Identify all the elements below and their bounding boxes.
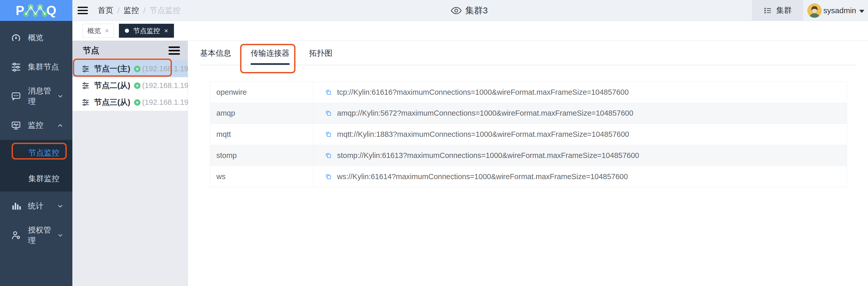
sidebar-item-monitor[interactable]: 监控 xyxy=(0,111,72,140)
node-row-slave-2[interactable]: 节点二(从) (192.168.1.196) xyxy=(72,77,188,94)
connector-protocol: amqp xyxy=(210,103,314,124)
copy-icon[interactable] xyxy=(325,110,332,117)
connector-protocol: mqtt xyxy=(210,124,314,145)
cluster-select-button[interactable]: 集群 xyxy=(752,0,803,21)
connector-uri: tcp://Kylin:61616?maximumConnections=100… xyxy=(337,88,629,97)
username[interactable]: sysadmin xyxy=(823,6,856,15)
gauge-icon xyxy=(11,33,21,43)
app-root: P Q 首页 / 监控 xyxy=(0,0,868,286)
tab-topology[interactable]: 拓扑图 xyxy=(309,48,333,65)
tab-label: 传输连接器 xyxy=(251,49,289,57)
breadcrumb-current: 节点监控 xyxy=(150,5,181,16)
breadcrumb-home[interactable]: 首页 xyxy=(98,5,113,16)
logo-hexagon-icon xyxy=(23,2,48,19)
node-ip: (192.168.1.196) xyxy=(142,81,195,90)
breadcrumb-separator: / xyxy=(143,6,145,15)
connector-uri: mqtt://Kylin:1883?maximumConnections=100… xyxy=(337,130,629,139)
tags-view-bar: 概览 × 节点监控 × xyxy=(72,21,868,41)
sidebar-item-label: 概览 xyxy=(28,33,43,43)
sidebar-item-label: 监控 xyxy=(28,120,43,131)
close-icon[interactable]: × xyxy=(105,27,109,35)
tab-label: 基本信息 xyxy=(200,49,231,57)
sliders-icon xyxy=(82,82,89,90)
connector-protocol: stomp xyxy=(210,145,314,166)
connector-uri: ws://Kylin:61614?maximumConnections=1000… xyxy=(337,172,628,181)
sidebar-item-overview[interactable]: 概览 xyxy=(0,23,72,52)
avatar[interactable] xyxy=(807,3,822,18)
node-tree-panel: 节点 节点一(主) (192.168.1.194) xyxy=(72,41,188,286)
topbar-left: 首页 / 监控 / 节点监控 xyxy=(78,0,181,21)
bar-chart-icon xyxy=(11,201,21,211)
sidebar-item-cluster-nodes[interactable]: 集群节点 xyxy=(0,52,72,81)
tab-basic-info[interactable]: 基本信息 xyxy=(200,48,231,65)
node-list: 节点一(主) (192.168.1.194) 节点二(从) (192.168.1… xyxy=(72,61,188,111)
chevron-down-icon xyxy=(57,203,64,210)
chevron-down-icon xyxy=(57,232,64,239)
node-name: 节点二(从) xyxy=(94,80,130,91)
copy-icon[interactable] xyxy=(325,152,332,159)
sliders-icon xyxy=(82,99,89,106)
sidebar-item-label: 消息管理 xyxy=(28,86,57,107)
app-logo: P Q xyxy=(0,0,72,21)
sidebar-item-label: 集群节点 xyxy=(28,62,59,72)
node-ip: (192.168.1.197) xyxy=(142,98,195,107)
tag-label: 节点监控 xyxy=(133,26,160,35)
running-status-play-icon xyxy=(133,82,141,90)
sidebar-item-message-management[interactable]: 消息管理 xyxy=(0,81,72,111)
topbar-right: 集群 sysadmin xyxy=(752,0,868,21)
node-panel-header: 节点 xyxy=(72,41,188,61)
user-caret-down-icon[interactable] xyxy=(859,10,864,13)
user-gear-icon xyxy=(11,230,21,241)
sidebar-item-label: 节点监控 xyxy=(28,148,59,158)
connector-protocol: openwire xyxy=(210,82,314,103)
main-content: 基本信息 传输连接器 拓扑图 openwire tcp://Kylin:6161… xyxy=(188,41,868,286)
tab-transport-connectors[interactable]: 传输连接器 xyxy=(251,48,289,65)
node-row-master[interactable]: 节点一(主) (192.168.1.194) xyxy=(72,61,188,77)
connector-protocol: ws xyxy=(210,166,314,187)
close-icon[interactable]: × xyxy=(164,27,168,35)
copy-icon[interactable] xyxy=(325,131,332,138)
detail-tabs: 基本信息 传输连接器 拓扑图 xyxy=(200,41,856,65)
sidebar-item-node-monitor[interactable]: 节点监控 xyxy=(0,140,72,166)
sidebar-toggle-hamburger-icon[interactable] xyxy=(78,7,88,14)
chevron-down-icon xyxy=(57,93,64,100)
panel-collapse-hamburger-icon[interactable] xyxy=(168,46,180,55)
running-status-play-icon xyxy=(133,65,141,73)
breadcrumb-separator: / xyxy=(117,6,119,15)
connector-uri: stomp://Kylin:61613?maximumConnections=1… xyxy=(337,151,639,160)
copy-icon[interactable] xyxy=(325,173,332,180)
table-row: amqp amqp://Kylin:5672?maximumConnection… xyxy=(210,103,847,124)
connector-uri: amqp://Kylin:5672?maximumConnections=100… xyxy=(337,109,633,117)
node-name: 节点三(从) xyxy=(94,97,130,108)
sidebar-item-statistics[interactable]: 统计 xyxy=(0,191,72,221)
breadcrumb: 首页 / 监控 / 节点监控 xyxy=(98,5,181,16)
cluster-title-text: 集群3 xyxy=(465,5,488,16)
top-header: P Q 首页 / 监控 xyxy=(0,0,868,21)
copy-icon[interactable] xyxy=(325,89,332,96)
table-row: mqtt mqtt://Kylin:1883?maximumConnection… xyxy=(210,124,847,145)
tag-overview[interactable]: 概览 × xyxy=(83,24,114,38)
node-row-slave-3[interactable]: 节点三(从) (192.168.1.197) xyxy=(72,94,188,111)
tag-node-monitor[interactable]: 节点监控 × xyxy=(119,24,174,38)
logo-letter-q: Q xyxy=(46,3,57,18)
list-icon xyxy=(763,6,772,15)
sidebar-item-cluster-monitor[interactable]: 集群监控 xyxy=(0,166,72,191)
sidebar-item-authorization[interactable]: 授权管理 xyxy=(0,221,72,250)
tab-label: 拓扑图 xyxy=(309,49,333,57)
chevron-up-icon xyxy=(57,122,64,129)
table-row: ws ws://Kylin:61614?maximumConnections=1… xyxy=(210,166,847,187)
breadcrumb-monitor[interactable]: 监控 xyxy=(124,5,139,16)
sliders-icon xyxy=(82,65,89,73)
tag-label: 概览 xyxy=(87,26,101,35)
table-row: stomp stomp://Kylin:61613?maximumConnect… xyxy=(210,145,847,166)
cluster-button-label: 集群 xyxy=(776,5,792,16)
node-ip: (192.168.1.194) xyxy=(142,65,195,73)
message-icon xyxy=(11,91,21,101)
sidebar-item-label: 统计 xyxy=(28,201,43,211)
active-tag-dot xyxy=(125,29,129,33)
node-name: 节点一(主) xyxy=(94,64,130,74)
monitor-icon xyxy=(11,120,21,131)
node-panel-title: 节点 xyxy=(83,45,99,56)
sidebar: 概览 集群节点 消息管理 xyxy=(0,21,72,286)
monitor-submenu: 节点监控 集群监控 xyxy=(0,140,72,191)
